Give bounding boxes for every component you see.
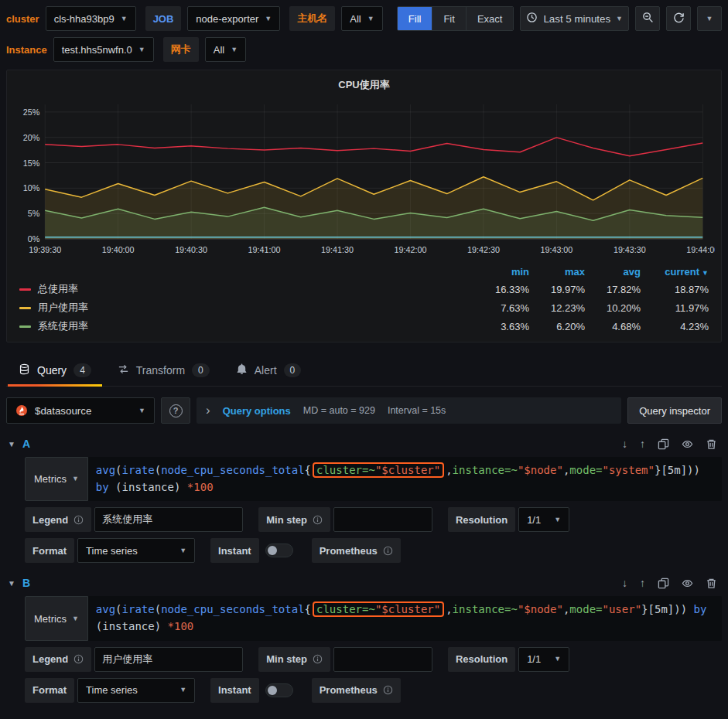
variable-hostname: 主机名 All ▼ (289, 6, 382, 31)
toggle-query-visibility-button[interactable] (682, 577, 693, 589)
transform-count-badge: 0 (192, 363, 210, 377)
variable-nic-dropdown[interactable]: All ▼ (205, 37, 246, 62)
grafana-panel-editor: cluster cls-hha93bp9 ▼ JOB node-exporter… (0, 0, 728, 709)
cpu-usage-chart[interactable]: 19:39:3019:40:0019:40:3019:41:0019:41:30… (13, 97, 715, 261)
legend-stat-avg: 17.82% (585, 284, 641, 295)
chevron-down-icon: ▼ (72, 475, 79, 482)
svg-text:20%: 20% (23, 133, 40, 142)
promql-expression-input-a[interactable]: avg(irate(node_cpu_seconds_total{cluster… (88, 457, 722, 501)
tab-transform[interactable]: Transform 0 (107, 355, 220, 386)
metrics-dropdown[interactable]: Metrics ▼ (25, 457, 88, 501)
format-field-label: Format (25, 538, 74, 563)
move-query-down-button[interactable]: ↓ (622, 438, 627, 450)
query-a-options-row-1: Legend Min step Resolution 1/1 ▼ (25, 507, 722, 532)
legend-stat-avg: 10.20% (585, 302, 641, 314)
svg-text:5%: 5% (28, 209, 40, 218)
duplicate-query-button[interactable] (658, 438, 669, 450)
datasource-help-button[interactable]: ? (161, 397, 190, 424)
datasource-picker[interactable]: $datasource ▼ (6, 397, 155, 424)
query-toolbar: $datasource ▼ ? › Query options MD = aut… (6, 397, 722, 424)
panel-title[interactable]: CPU使用率 (13, 75, 715, 97)
variable-nic-value: All (214, 44, 224, 56)
legend-col-avg[interactable]: avg (585, 266, 641, 278)
move-query-down-button[interactable]: ↓ (622, 577, 627, 589)
tab-query[interactable]: Query 4 (8, 355, 102, 386)
variable-cluster-dropdown[interactable]: cls-hha93bp9 ▼ (46, 6, 136, 31)
min-step-input[interactable] (333, 647, 432, 672)
legend-field-label: Legend (25, 507, 91, 532)
metrics-label: Metrics (34, 613, 67, 625)
query-options-bar[interactable]: › Query options MD = auto = 929 Interval… (197, 397, 621, 424)
min-step-field-label: Min step (258, 647, 330, 672)
variable-nic: 网卡 All ▼ (163, 37, 246, 62)
legend-col-min[interactable]: min (473, 266, 529, 278)
info-icon (73, 515, 84, 525)
min-step-input[interactable] (333, 507, 432, 532)
move-query-up-button[interactable]: ↑ (640, 577, 645, 589)
time-range-picker[interactable]: Last 5 minutes ▼ (520, 6, 629, 31)
interval-label: Interval = 15s (388, 405, 446, 416)
variable-instance-value: test.hhs5nwfn.0 (62, 44, 132, 56)
instant-toggle[interactable] (265, 683, 293, 697)
exact-button[interactable]: Exact (466, 7, 514, 30)
time-range-label: Last 5 minutes (543, 13, 610, 25)
query-a-header: ▼ A ↓ ↑ (6, 436, 722, 457)
series-name[interactable]: 系统使用率 (38, 319, 88, 333)
variable-cluster-label: cluster (6, 13, 39, 25)
variable-instance-dropdown[interactable]: test.hhs5nwfn.0 ▼ (53, 37, 154, 62)
legend-col-current[interactable]: current▼ (641, 266, 709, 278)
move-query-up-button[interactable]: ↑ (640, 438, 645, 450)
svg-text:25%: 25% (23, 107, 40, 117)
variable-hostname-dropdown[interactable]: All ▼ (341, 6, 382, 31)
instant-toggle[interactable] (265, 544, 293, 557)
resolution-field-label: Resolution (448, 507, 515, 532)
delete-query-button[interactable] (706, 438, 717, 450)
cluster-filter-highlight: cluster=~"$cluster" (313, 462, 444, 478)
collapse-chevron-icon[interactable]: ▼ (8, 579, 15, 588)
metrics-dropdown[interactable]: Metrics ▼ (25, 596, 88, 640)
legend-row: 用户使用率7.63%12.23%10.20%11.97% (13, 298, 715, 317)
tab-alert[interactable]: Alert 0 (225, 355, 312, 386)
query-inspector-button[interactable]: Query inspector (627, 397, 722, 424)
variable-hostname-label: 主机名 (289, 6, 335, 31)
legend-stat-min: 7.63% (473, 302, 529, 314)
query-a-actions: ↓ ↑ (622, 438, 720, 450)
resolution-value: 1/1 (527, 514, 541, 526)
legend-input[interactable] (94, 647, 243, 672)
legend-stat-max: 6.20% (529, 321, 585, 332)
legend-stat-max: 12.23% (529, 302, 585, 314)
toggle-knob (268, 686, 277, 695)
svg-text:19:43:30: 19:43:30 (614, 245, 646, 254)
refresh-interval-dropdown[interactable]: ▼ (697, 6, 722, 31)
resolution-select[interactable]: 1/1 ▼ (518, 507, 569, 532)
datasource-type-label: Prometheus (312, 678, 401, 703)
format-select[interactable]: Time series ▼ (77, 538, 195, 563)
legend-input[interactable] (94, 507, 243, 532)
series-name[interactable]: 总使用率 (38, 282, 78, 296)
resolution-select[interactable]: 1/1 ▼ (518, 647, 569, 672)
toggle-query-visibility-button[interactable] (682, 438, 693, 450)
zoom-out-button[interactable] (635, 6, 660, 31)
query-options-toggle[interactable]: Query options (223, 405, 291, 417)
format-select[interactable]: Time series ▼ (77, 678, 195, 703)
series-name[interactable]: 用户使用率 (38, 301, 88, 315)
fill-button[interactable]: Fill (398, 7, 432, 30)
promql-expression-input-b[interactable]: avg(irate(node_cpu_seconds_total{cluster… (88, 596, 722, 640)
svg-text:19:40:00: 19:40:00 (102, 245, 135, 254)
legend-col-max[interactable]: max (529, 266, 585, 278)
variable-job-value: node-exporter (196, 13, 258, 25)
fit-button[interactable]: Fit (432, 7, 465, 30)
tab-query-label: Query (37, 364, 67, 377)
svg-text:19:42:30: 19:42:30 (467, 245, 500, 254)
collapse-chevron-icon[interactable]: ▼ (8, 440, 15, 448)
chevron-down-icon: ▼ (616, 15, 623, 22)
delete-query-button[interactable] (706, 577, 717, 589)
variable-job-dropdown[interactable]: node-exporter ▼ (187, 6, 280, 31)
toggle-knob (268, 546, 277, 555)
duplicate-query-button[interactable] (658, 577, 669, 589)
refresh-button[interactable] (666, 6, 691, 31)
submenu-row-1: cluster cls-hha93bp9 ▼ JOB node-exporter… (6, 6, 722, 31)
legend-rows: 总使用率16.33%19.97%17.82%18.87%用户使用率7.63%12… (13, 280, 715, 336)
svg-text:19:41:30: 19:41:30 (321, 245, 354, 254)
series-color-dash (19, 288, 31, 291)
